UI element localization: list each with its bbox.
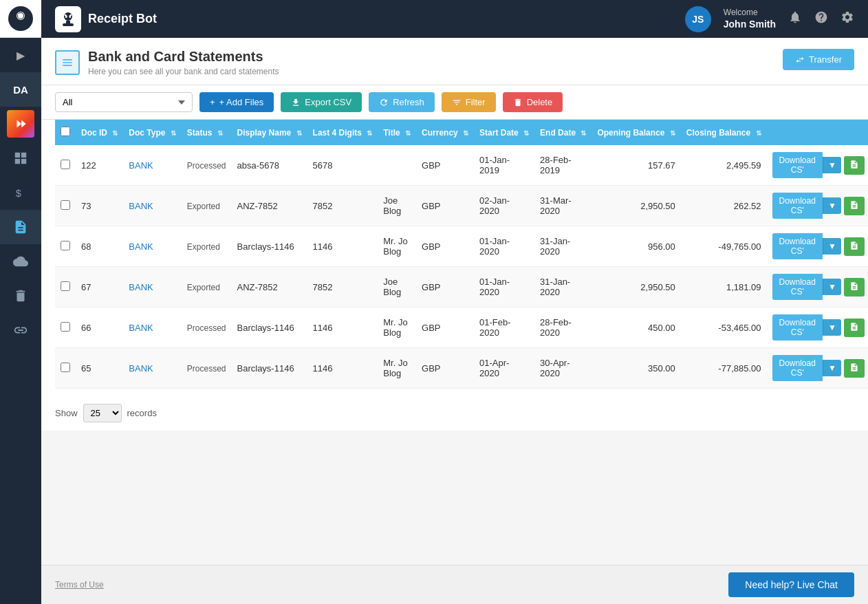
download-dropdown-button[interactable]: ▼ bbox=[823, 360, 841, 376]
table-container: Doc ID ⇅ Doc Type ⇅ Status ⇅ Display Nam… bbox=[41, 120, 868, 396]
row-checkbox-cell bbox=[55, 267, 76, 308]
cell-closing-balance: -53,465.00 bbox=[681, 308, 767, 348]
download-csv-button[interactable]: Download CS' bbox=[772, 314, 823, 341]
table-row: 122 BANK Processed absa-5678 5678 GBP 01… bbox=[55, 145, 868, 186]
row-checkbox-1[interactable] bbox=[61, 200, 70, 210]
add-files-button[interactable]: + + Add Files bbox=[199, 92, 274, 112]
doc-type-link[interactable]: BANK bbox=[129, 201, 153, 211]
download-csv-button[interactable]: Download CS' bbox=[772, 193, 823, 219]
select-all-checkbox[interactable] bbox=[61, 127, 70, 136]
cell-closing-balance: 262.52 bbox=[681, 186, 767, 226]
cell-title bbox=[378, 145, 416, 186]
cell-opening-balance: 956.00 bbox=[592, 226, 680, 267]
cell-title: Joe Blog bbox=[378, 186, 416, 226]
help-icon[interactable] bbox=[814, 10, 828, 28]
download-csv-button[interactable]: Download CS' bbox=[772, 233, 823, 259]
cell-status: Processed bbox=[182, 308, 232, 348]
notifications-icon[interactable] bbox=[788, 10, 802, 28]
cell-display-name: Barclays-1146 bbox=[232, 308, 307, 348]
col-status[interactable]: Status ⇅ bbox=[182, 120, 232, 145]
cell-status: Exported bbox=[182, 226, 232, 267]
show-label: Show bbox=[55, 408, 78, 418]
col-display-name[interactable]: Display Name ⇅ bbox=[232, 120, 307, 145]
cell-end-date: 31-Jan-2020 bbox=[534, 267, 592, 308]
filter-icon bbox=[452, 98, 462, 107]
col-doc-type[interactable]: Doc Type ⇅ bbox=[123, 120, 181, 145]
col-currency[interactable]: Currency ⇅ bbox=[416, 120, 474, 145]
view-doc-button[interactable] bbox=[844, 237, 865, 256]
cell-currency: GBP bbox=[416, 267, 474, 308]
cell-display-name: Barclays-1146 bbox=[232, 348, 307, 389]
cell-doc-id: 65 bbox=[76, 348, 123, 389]
doc-type-link[interactable]: BANK bbox=[129, 241, 153, 252]
download-dropdown-button[interactable]: ▼ bbox=[823, 238, 841, 255]
sidebar-item-cloud[interactable] bbox=[0, 244, 41, 279]
download-dropdown-button[interactable]: ▼ bbox=[823, 157, 841, 173]
download-dropdown-button[interactable]: ▼ bbox=[823, 279, 841, 295]
col-start-date[interactable]: Start Date ⇅ bbox=[474, 120, 534, 145]
row-checkbox-0[interactable] bbox=[61, 160, 70, 169]
settings-icon[interactable] bbox=[840, 10, 854, 28]
cell-end-date: 30-Apr-2020 bbox=[534, 348, 592, 389]
doc-type-link[interactable]: BANK bbox=[129, 160, 153, 171]
export-csv-button[interactable]: Export CSV bbox=[281, 92, 362, 112]
view-doc-button[interactable] bbox=[844, 156, 865, 175]
cell-closing-balance: 1,181.09 bbox=[681, 267, 767, 308]
col-last-4[interactable]: Last 4 Digits ⇅ bbox=[307, 120, 378, 145]
doc-type-link[interactable]: BANK bbox=[129, 282, 153, 292]
cell-doc-type: BANK bbox=[123, 267, 181, 308]
download-dropdown-button[interactable]: ▼ bbox=[823, 197, 841, 214]
filter-select[interactable]: All bbox=[55, 92, 193, 112]
doc-type-link[interactable]: BANK bbox=[129, 323, 153, 333]
row-checkbox-2[interactable] bbox=[61, 241, 70, 250]
col-title[interactable]: Title ⇅ bbox=[378, 120, 416, 145]
bottom-bar: Terms of Use Need help? Live Chat bbox=[41, 565, 868, 604]
refresh-button[interactable]: Refresh bbox=[369, 92, 435, 112]
page-header-icon bbox=[55, 50, 80, 75]
row-checkbox-cell bbox=[55, 145, 76, 186]
cell-status: Exported bbox=[182, 186, 232, 226]
view-doc-button[interactable] bbox=[844, 278, 865, 296]
cell-opening-balance: 157.67 bbox=[592, 145, 680, 186]
download-csv-button[interactable]: Download CS' bbox=[772, 274, 823, 300]
row-checkbox-5[interactable] bbox=[61, 363, 70, 372]
toolbar: All + + Add Files Export CSV Refresh Fil… bbox=[41, 85, 868, 120]
col-closing-balance[interactable]: Closing Balance ⇅ bbox=[681, 120, 767, 145]
sidebar-item-link[interactable] bbox=[0, 313, 41, 347]
col-opening-balance[interactable]: Opening Balance ⇅ bbox=[592, 120, 680, 145]
navbar-right: JS Welcome John Smith bbox=[685, 6, 854, 32]
table-row: 68 BANK Exported Barclays-1146 1146 Mr. … bbox=[55, 226, 868, 267]
sidebar-item-finance[interactable]: $ bbox=[0, 175, 41, 210]
view-doc-button[interactable] bbox=[844, 197, 865, 215]
records-per-page-select[interactable]: 10 25 50 100 bbox=[83, 404, 122, 422]
cell-display-name: Barclays-1146 bbox=[232, 226, 307, 267]
row-checkbox-4[interactable] bbox=[61, 322, 70, 332]
row-checkbox-3[interactable] bbox=[61, 281, 70, 291]
export-icon bbox=[291, 98, 301, 107]
sidebar-item-dashboard[interactable] bbox=[0, 141, 41, 175]
sidebar-item-da[interactable]: DA bbox=[0, 72, 41, 107]
transfer-button[interactable]: Transfer bbox=[783, 49, 854, 70]
sidebar-item-collapse[interactable]: ▶ bbox=[0, 38, 41, 72]
download-dropdown-button[interactable]: ▼ bbox=[823, 319, 841, 336]
sidebar-item-trash[interactable] bbox=[0, 279, 41, 313]
doc-type-link[interactable]: BANK bbox=[129, 363, 153, 374]
cell-title: Joe Blog bbox=[378, 267, 416, 308]
filter-button[interactable]: Filter bbox=[442, 92, 496, 112]
cell-doc-type: BANK bbox=[123, 348, 181, 389]
terms-link[interactable]: Terms of Use bbox=[55, 580, 104, 590]
col-end-date[interactable]: End Date ⇅ bbox=[534, 120, 592, 145]
col-doc-id[interactable]: Doc ID ⇅ bbox=[76, 120, 123, 145]
delete-button[interactable]: Delete bbox=[503, 92, 563, 112]
status-badge: Exported bbox=[187, 202, 220, 211]
download-csv-button[interactable]: Download CS' bbox=[772, 355, 823, 381]
status-badge: Exported bbox=[187, 283, 220, 292]
download-csv-button[interactable]: Download CS' bbox=[772, 152, 823, 178]
cell-end-date: 31-Mar-2020 bbox=[534, 186, 592, 226]
sidebar-item-multiforward[interactable] bbox=[0, 107, 41, 141]
live-chat-button[interactable]: Need help? Live Chat bbox=[728, 572, 854, 597]
view-doc-button[interactable] bbox=[844, 319, 865, 337]
cell-last-4: 1146 bbox=[307, 226, 378, 267]
view-doc-button[interactable] bbox=[844, 359, 865, 378]
sidebar-item-documents[interactable] bbox=[0, 210, 41, 244]
